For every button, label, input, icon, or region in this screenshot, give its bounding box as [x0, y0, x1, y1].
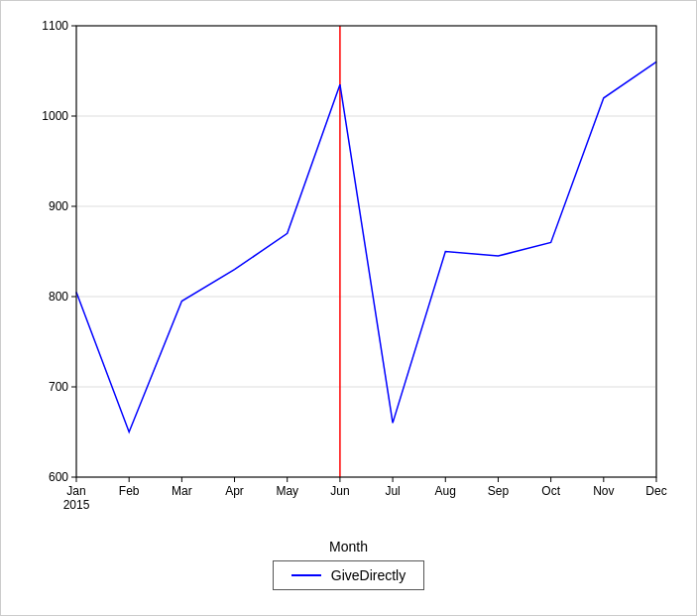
chart-container: 60070080090010001100Jan2015FebMarAprMayJ… — [0, 0, 697, 616]
svg-text:Mar: Mar — [172, 484, 192, 498]
legend-line — [291, 574, 321, 576]
x-axis-label: Month — [329, 539, 368, 554]
svg-text:800: 800 — [48, 290, 67, 304]
svg-text:Nov: Nov — [593, 484, 614, 498]
legend-label: GiveDirectly — [331, 567, 406, 583]
svg-text:Jul: Jul — [385, 484, 400, 498]
svg-text:Sep: Sep — [487, 484, 509, 498]
svg-text:600: 600 — [48, 470, 67, 484]
svg-text:700: 700 — [48, 380, 67, 394]
svg-text:Oct: Oct — [541, 484, 560, 498]
svg-text:1000: 1000 — [42, 109, 68, 123]
svg-text:Dec: Dec — [645, 484, 666, 498]
svg-text:May: May — [276, 484, 298, 498]
svg-text:Aug: Aug — [434, 484, 455, 498]
svg-text:Jan2015: Jan2015 — [62, 484, 89, 512]
legend: GiveDirectly — [273, 560, 424, 590]
svg-text:1100: 1100 — [42, 19, 68, 33]
svg-text:Apr: Apr — [225, 484, 244, 498]
chart-svg: 60070080090010001100Jan2015FebMarAprMayJ… — [22, 11, 676, 537]
svg-text:900: 900 — [48, 199, 67, 213]
svg-text:Jun: Jun — [330, 484, 349, 498]
svg-text:Feb: Feb — [118, 484, 139, 498]
